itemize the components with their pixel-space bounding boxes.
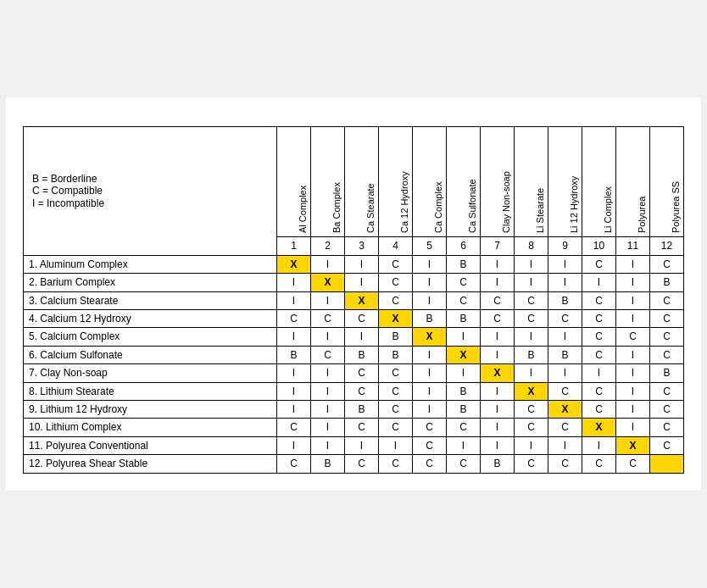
- row-label-2: 2. Barium Complex: [24, 274, 277, 291]
- cell-r5-c11: C: [650, 346, 684, 363]
- cell-r11-c10: C: [616, 455, 650, 473]
- cell-r9-c10: I: [616, 419, 650, 436]
- cell-r2-c2: X: [345, 291, 379, 309]
- cell-r7-c9: C: [582, 382, 616, 400]
- col-num-1: 1: [277, 237, 311, 255]
- cell-r5-c10: I: [616, 346, 650, 363]
- col-header-10: Li Complex: [582, 127, 616, 237]
- cell-r8-c9: C: [582, 400, 616, 418]
- col-num-5: 5: [413, 237, 447, 255]
- cell-r4-c5: I: [447, 328, 481, 346]
- cell-r3-c10: I: [616, 310, 650, 328]
- cell-r9-c4: C: [413, 419, 447, 436]
- cell-r3-c1: C: [311, 310, 345, 328]
- cell-r0-c10: I: [616, 255, 650, 273]
- cell-r2-c3: C: [379, 291, 413, 309]
- cell-r2-c5: C: [447, 291, 481, 309]
- table-row: 12. Polyurea Shear StableCBCCCCBCCCC: [24, 455, 684, 473]
- cell-r3-c9: C: [582, 310, 616, 328]
- table-row: 8. Lithium StearateIICCIBIXCCIC: [24, 382, 684, 400]
- cell-r9-c5: C: [447, 419, 481, 436]
- cell-r9-c6: I: [481, 419, 515, 436]
- cell-r0-c5: B: [447, 255, 481, 273]
- cell-r10-c6: I: [481, 436, 515, 454]
- row-label-4: 4. Calcium 12 Hydroxy: [24, 310, 277, 328]
- cell-r9-c8: C: [548, 419, 582, 436]
- cell-r4-c9: C: [582, 328, 616, 346]
- cell-r0-c8: I: [548, 255, 582, 273]
- cell-r1-c5: C: [447, 274, 481, 291]
- cell-r0-c1: I: [311, 255, 345, 273]
- cell-r6-c4: I: [413, 364, 447, 382]
- cell-r3-c3: X: [379, 310, 413, 328]
- cell-r6-c2: C: [345, 364, 379, 382]
- cell-r11-c7: C: [515, 455, 548, 473]
- cell-r7-c0: I: [277, 382, 311, 400]
- col-num-10: 10: [582, 237, 616, 255]
- cell-r3-c4: B: [413, 310, 447, 328]
- table-row: 11. Polyurea ConventionalIIIICIIIIIXC: [24, 436, 684, 454]
- cell-r7-c10: I: [616, 382, 650, 400]
- row-label-12: 12. Polyurea Shear Stable: [24, 455, 277, 473]
- cell-r8-c2: B: [345, 400, 379, 418]
- cell-r5-c9: C: [582, 346, 616, 363]
- cell-r3-c8: C: [548, 310, 582, 328]
- cell-r4-c11: C: [650, 328, 684, 346]
- cell-r4-c4: X: [413, 328, 447, 346]
- cell-r11-c1: B: [311, 455, 345, 473]
- cell-r1-c4: I: [413, 274, 447, 291]
- cell-r3-c11: C: [650, 310, 684, 328]
- table-row: 5. Calcium ComplexIIIBXIIIICCC: [24, 328, 684, 346]
- cell-r6-c7: I: [515, 364, 548, 382]
- row-label-9: 9. Lithium 12 Hydroxy: [24, 400, 277, 418]
- cell-r6-c6: X: [481, 364, 515, 382]
- cell-r6-c5: I: [447, 364, 481, 382]
- cell-r1-c6: I: [481, 274, 515, 291]
- col-header-6: Ca Sulfonate: [447, 127, 481, 237]
- row-label-6: 6. Calcium Sulfonate: [24, 346, 277, 363]
- cell-r11-c6: B: [481, 455, 515, 473]
- cell-r3-c7: C: [515, 310, 548, 328]
- cell-r5-c0: B: [277, 346, 311, 363]
- cell-r2-c6: C: [481, 291, 515, 309]
- cell-r7-c5: B: [447, 382, 481, 400]
- cell-r9-c9: X: [582, 419, 616, 436]
- cell-r5-c1: C: [311, 346, 345, 363]
- cell-r8-c7: C: [515, 400, 548, 418]
- cell-r4-c3: B: [379, 328, 413, 346]
- compatibility-table: B = BorderlineC = CompatibleI = Incompat…: [23, 126, 684, 473]
- col-header-7: Clay Non-soap: [481, 127, 515, 237]
- col-num-9: 9: [548, 237, 582, 255]
- cell-r11-c5: C: [447, 455, 481, 473]
- cell-r10-c0: I: [277, 436, 311, 454]
- cell-r10-c3: I: [379, 436, 413, 454]
- cell-r8-c3: C: [379, 400, 413, 418]
- cell-r10-c5: I: [447, 436, 481, 454]
- table-row: 7. Clay Non-soapIICCIIXIIIIB: [24, 364, 684, 382]
- col-header-3: Ca Stearate: [345, 127, 379, 237]
- cell-r6-c11: B: [650, 364, 684, 382]
- row-label-8: 8. Lithium Stearate: [24, 382, 277, 400]
- cell-r11-c9: C: [582, 455, 616, 473]
- cell-r1-c3: C: [379, 274, 413, 291]
- col-header-8: Li Stearate: [515, 127, 548, 237]
- row-label-5: 5. Calcium Complex: [24, 328, 277, 346]
- table-row: 2. Barium ComplexIXICICIIIIIB: [24, 274, 684, 291]
- row-label-3: 3. Calcium Stearate: [24, 291, 277, 309]
- legend-cell: B = BorderlineC = CompatibleI = Incompat…: [24, 127, 277, 255]
- cell-r2-c9: C: [582, 291, 616, 309]
- col-header-4: Ca 12 Hydroxy: [379, 127, 413, 237]
- table-row: 4. Calcium 12 HydroxyCCCXBBCCCCIC: [24, 310, 684, 328]
- cell-r2-c8: B: [548, 291, 582, 309]
- cell-r10-c1: I: [311, 436, 345, 454]
- cell-r10-c9: I: [582, 436, 616, 454]
- cell-r4-c8: I: [548, 328, 582, 346]
- cell-r1-c10: I: [616, 274, 650, 291]
- cell-r4-c7: I: [515, 328, 548, 346]
- col-num-4: 4: [379, 237, 413, 255]
- col-header-9: Li 12 Hydroxy: [548, 127, 582, 237]
- cell-r4-c0: I: [277, 328, 311, 346]
- cell-r7-c8: C: [548, 382, 582, 400]
- cell-r4-c1: I: [311, 328, 345, 346]
- cell-r8-c10: I: [616, 400, 650, 418]
